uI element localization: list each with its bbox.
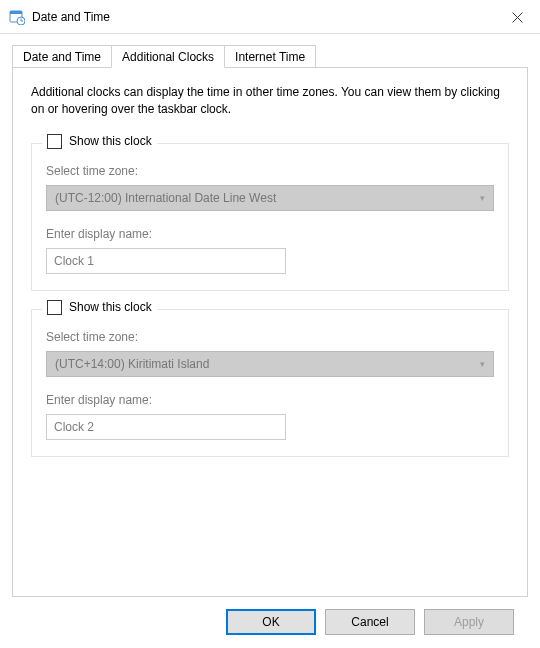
close-button[interactable] bbox=[494, 0, 540, 34]
svg-rect-1 bbox=[10, 11, 22, 14]
clock1-legend: Show this clock bbox=[42, 134, 157, 149]
clock2-group: Show this clock Select time zone: (UTC+1… bbox=[31, 309, 509, 457]
titlebar: Date and Time bbox=[0, 0, 540, 34]
clock2-show-label[interactable]: Show this clock bbox=[69, 300, 152, 314]
content-area: Date and Time Additional Clocks Internet… bbox=[0, 34, 540, 647]
clock1-show-checkbox[interactable] bbox=[47, 134, 62, 149]
app-icon bbox=[8, 8, 26, 26]
clock2-tz-label: Select time zone: bbox=[46, 330, 494, 344]
tab-strip: Date and Time Additional Clocks Internet… bbox=[12, 44, 528, 67]
tab-date-and-time[interactable]: Date and Time bbox=[12, 45, 112, 68]
clock1-group: Show this clock Select time zone: (UTC-1… bbox=[31, 143, 509, 291]
clock2-tz-dropdown[interactable]: (UTC+14:00) Kiritimati Island ▾ bbox=[46, 351, 494, 377]
description-text: Additional clocks can display the time i… bbox=[31, 84, 509, 119]
window-title: Date and Time bbox=[32, 10, 110, 24]
clock1-name-value: Clock 1 bbox=[54, 254, 94, 268]
clock1-tz-label: Select time zone: bbox=[46, 164, 494, 178]
tab-panel-additional-clocks: Additional clocks can display the time i… bbox=[12, 67, 528, 597]
clock1-name-input[interactable]: Clock 1 bbox=[46, 248, 286, 274]
ok-button[interactable]: OK bbox=[226, 609, 316, 635]
apply-button[interactable]: Apply bbox=[424, 609, 514, 635]
clock2-show-checkbox[interactable] bbox=[47, 300, 62, 315]
clock2-name-value: Clock 2 bbox=[54, 420, 94, 434]
tab-additional-clocks[interactable]: Additional Clocks bbox=[111, 45, 225, 68]
chevron-down-icon: ▾ bbox=[480, 359, 485, 369]
clock2-tz-value: (UTC+14:00) Kiritimati Island bbox=[55, 357, 209, 371]
clock1-show-label[interactable]: Show this clock bbox=[69, 134, 152, 148]
clock1-name-label: Enter display name: bbox=[46, 227, 494, 241]
clock1-tz-dropdown[interactable]: (UTC-12:00) International Date Line West… bbox=[46, 185, 494, 211]
button-row: OK Cancel Apply bbox=[12, 597, 528, 635]
clock2-name-label: Enter display name: bbox=[46, 393, 494, 407]
clock2-name-input[interactable]: Clock 2 bbox=[46, 414, 286, 440]
close-icon bbox=[512, 12, 523, 23]
tab-internet-time[interactable]: Internet Time bbox=[224, 45, 316, 68]
clock1-tz-value: (UTC-12:00) International Date Line West bbox=[55, 191, 276, 205]
clock2-legend: Show this clock bbox=[42, 300, 157, 315]
chevron-down-icon: ▾ bbox=[480, 193, 485, 203]
cancel-button[interactable]: Cancel bbox=[325, 609, 415, 635]
